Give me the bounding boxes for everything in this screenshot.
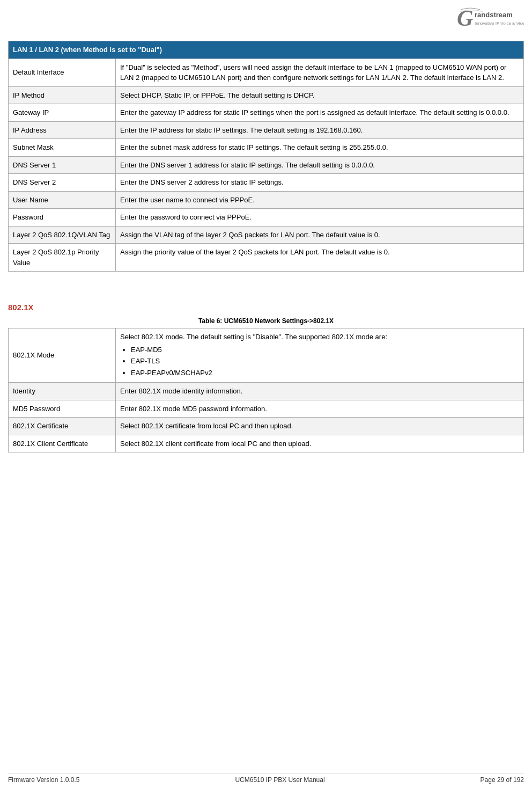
row-label: DNS Server 2	[9, 174, 116, 192]
table-row: Default InterfaceIf "Dual" is selected a…	[9, 59, 524, 86]
row-label: 802.1X Mode	[9, 328, 116, 383]
table-row: Layer 2 QoS 802.1p Priority ValueAssign …	[9, 244, 524, 272]
list-item: EAP-PEAPv0/MSCHAPv2	[131, 368, 519, 378]
footer-left: Firmware Version 1.0.0.5	[8, 776, 79, 784]
table-row: 802.1X ModeSelect 802.1X mode. The defau…	[9, 328, 524, 383]
row-label: Subnet Mask	[9, 139, 116, 157]
svg-text:G: G	[457, 6, 473, 31]
list-item: EAP-TLS	[131, 356, 519, 367]
row-description: Enter 802.1X mode MD5 password informati…	[116, 400, 524, 418]
row-description: Select 802.1X mode. The default setting …	[116, 328, 524, 383]
row-description: Enter the password to connect via PPPoE.	[116, 209, 524, 227]
row-description: Enter the DNS server 2 address for stati…	[116, 174, 524, 192]
footer-center: UCM6510 IP PBX User Manual	[235, 776, 324, 784]
row-label: User Name	[9, 191, 116, 209]
table-row: Gateway IPEnter the gateway IP address f…	[9, 104, 524, 122]
row-description: Enter the DNS server 1 address for stati…	[116, 156, 524, 174]
table-row: 802.1X CertificateSelect 802.1X certific…	[9, 418, 524, 435]
section2-table: 802.1X ModeSelect 802.1X mode. The defau…	[8, 328, 524, 452]
table-row: IP AddressEnter the IP address for stati…	[9, 121, 524, 139]
row-description: Select DHCP, Static IP, or PPPoE. The de…	[116, 86, 524, 104]
row-label: DNS Server 1	[9, 156, 116, 174]
list-item: EAP-MD5	[131, 345, 519, 355]
row-description: Select 802.1X certificate from local PC …	[116, 418, 524, 435]
row-label: IP Method	[9, 86, 116, 104]
table-row: DNS Server 1Enter the DNS server 1 addre…	[9, 156, 524, 174]
row-label: Layer 2 QoS 802.1p Priority Value	[9, 244, 116, 272]
svg-text:randstream: randstream	[475, 11, 513, 19]
row-description: Assign the priority value of the layer 2…	[116, 244, 524, 272]
row-description: If "Dual" is selected as "Method", users…	[116, 59, 524, 86]
section1-header: LAN 1 / LAN 2 (when Method is set to "Du…	[9, 41, 524, 59]
footer-right: Page 29 of 192	[481, 776, 524, 784]
row-label: Layer 2 QoS 802.1Q/VLAN Tag	[9, 226, 116, 244]
row-description: Select 802.1X client certificate from lo…	[116, 435, 524, 452]
logo-area: G randstream Innovative IP Voice & Video	[8, 5, 524, 38]
table-row: PasswordEnter the password to connect vi…	[9, 209, 524, 227]
row-label: Gateway IP	[9, 104, 116, 122]
row-label: 802.1X Client Certificate	[9, 435, 116, 452]
row-label: Identity	[9, 383, 116, 400]
table-row: 802.1X Client CertificateSelect 802.1X c…	[9, 435, 524, 452]
table-row: IP MethodSelect DHCP, Static IP, or PPPo…	[9, 86, 524, 104]
row-description: Enter 802.1X mode identity information.	[116, 383, 524, 400]
page-container: G randstream Innovative IP Voice & Video…	[0, 0, 532, 485]
row-description: Enter the IP address for static IP setti…	[116, 121, 524, 139]
row-description: Assign the VLAN tag of the layer 2 QoS p…	[116, 226, 524, 244]
row-label: MD5 Password	[9, 400, 116, 418]
table-row: User NameEnter the user name to connect …	[9, 191, 524, 209]
table-row: Subnet MaskEnter the subnet mask address…	[9, 139, 524, 157]
table-row: IdentityEnter 802.1X mode identity infor…	[9, 383, 524, 400]
page-footer: Firmware Version 1.0.0.5 UCM6510 IP PBX …	[8, 773, 524, 784]
table-row: Layer 2 QoS 802.1Q/VLAN TagAssign the VL…	[9, 226, 524, 244]
svg-text:Innovative IP Voice & Video: Innovative IP Voice & Video	[475, 21, 524, 26]
row-description: Enter the gateway IP address for static …	[116, 104, 524, 122]
table-row: DNS Server 2Enter the DNS server 2 addre…	[9, 174, 524, 192]
row-label: Default Interface	[9, 59, 116, 86]
table-row: MD5 PasswordEnter 802.1X mode MD5 passwo…	[9, 400, 524, 418]
section1-table: LAN 1 / LAN 2 (when Method is set to "Du…	[8, 41, 524, 272]
row-label: Password	[9, 209, 116, 227]
row-description: Enter the user name to connect via PPPoE…	[116, 191, 524, 209]
row-label: 802.1X Certificate	[9, 418, 116, 435]
table-caption: Table 6: UCM6510 Network Settings->802.1…	[8, 317, 524, 325]
section2-heading: 802.1X	[8, 303, 524, 312]
logo-svg: G randstream Innovative IP Voice & Video	[454, 5, 524, 36]
row-label: IP Address	[9, 121, 116, 139]
row-description: Enter the subnet mask address for static…	[116, 139, 524, 157]
